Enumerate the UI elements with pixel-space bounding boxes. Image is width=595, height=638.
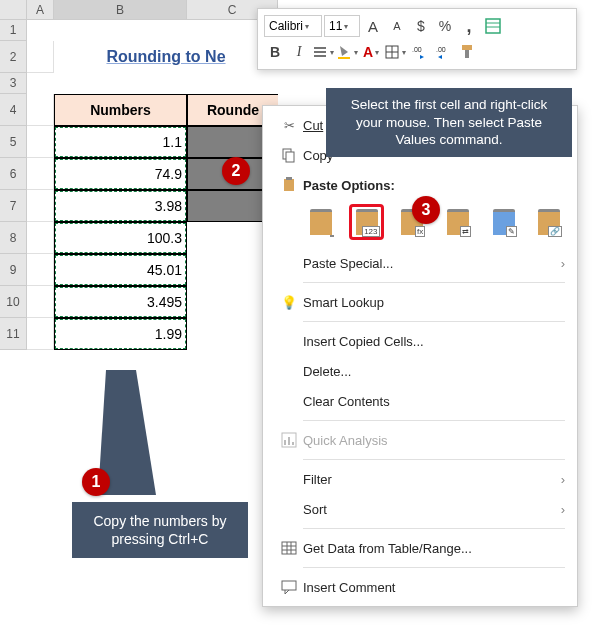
- shrink-font-icon[interactable]: A: [386, 15, 408, 37]
- menu-paste-special[interactable]: Paste Special... ›: [263, 248, 577, 278]
- svg-rect-18: [286, 177, 292, 180]
- menu-delete[interactable]: Delete...: [263, 356, 577, 386]
- menu-insert-comment[interactable]: Insert Comment: [263, 572, 577, 602]
- svg-rect-22: [292, 442, 294, 445]
- svg-text:.00: .00: [436, 46, 446, 53]
- paste-link-icon[interactable]: [533, 206, 565, 238]
- cell[interactable]: [27, 190, 54, 222]
- table-icon: [275, 540, 303, 556]
- svg-rect-7: [338, 57, 350, 59]
- menu-get-data[interactable]: Get Data from Table/Range...: [263, 533, 577, 563]
- bold-button[interactable]: B: [264, 41, 286, 63]
- border-icon[interactable]: ▾: [384, 41, 406, 63]
- sheet-title: Rounding to Ne: [54, 41, 278, 73]
- font-select[interactable]: Calibri▾: [264, 15, 322, 37]
- row-header[interactable]: 9: [0, 254, 27, 286]
- comment-icon: [275, 579, 303, 595]
- copy-icon: [275, 147, 303, 163]
- context-menu: ✂ Cut Copy Paste Options: Paste Special.…: [262, 105, 578, 607]
- mini-toolbar: Calibri▾ 11▾ A A $ % , B I ▾ ▾ A▾ ▾ .00 …: [257, 8, 577, 70]
- cell[interactable]: [27, 41, 54, 73]
- paste-transpose-icon[interactable]: [442, 206, 474, 238]
- cell[interactable]: [27, 222, 54, 254]
- svg-rect-17: [284, 179, 294, 191]
- italic-button[interactable]: I: [288, 41, 310, 63]
- row-header[interactable]: 1: [0, 20, 27, 41]
- currency-icon[interactable]: $: [410, 15, 432, 37]
- menu-filter[interactable]: Filter ›: [263, 464, 577, 494]
- separator: [303, 420, 565, 421]
- svg-rect-16: [286, 152, 294, 162]
- chevron-right-icon: ›: [561, 502, 565, 517]
- decrease-decimal-icon[interactable]: .00: [432, 41, 454, 63]
- table-header[interactable]: Numbers: [54, 94, 187, 126]
- step1-instruction: Copy the numbers by pressing Ctrl+C: [72, 502, 248, 558]
- data-cell[interactable]: 74.9: [54, 158, 187, 190]
- separator: [303, 282, 565, 283]
- cell[interactable]: [27, 286, 54, 318]
- cell[interactable]: [27, 158, 54, 190]
- svg-rect-23: [282, 542, 296, 554]
- row-header[interactable]: 3: [0, 73, 27, 94]
- row-header[interactable]: 2: [0, 41, 27, 73]
- step-badge-3: 3: [412, 196, 440, 224]
- grow-font-icon[interactable]: A: [362, 15, 384, 37]
- format-painter-icon[interactable]: [456, 41, 478, 63]
- comma-icon[interactable]: ,: [458, 15, 480, 37]
- size-select[interactable]: 11▾: [324, 15, 360, 37]
- row-header[interactable]: 6: [0, 158, 27, 190]
- callout-arrow: [98, 370, 168, 510]
- chevron-right-icon: ›: [561, 472, 565, 487]
- increase-decimal-icon[interactable]: .00: [408, 41, 430, 63]
- data-cell[interactable]: 3.98: [54, 190, 187, 222]
- svg-rect-28: [282, 581, 296, 590]
- row-header[interactable]: 11: [0, 318, 27, 350]
- menu-paste-options-label: Paste Options:: [263, 170, 577, 200]
- row-header[interactable]: 7: [0, 190, 27, 222]
- menu-smart-lookup[interactable]: 💡 Smart Lookup: [263, 287, 577, 317]
- data-cell[interactable]: 3.495: [54, 286, 187, 318]
- fill-color-icon[interactable]: ▾: [336, 41, 358, 63]
- svg-rect-14: [465, 50, 469, 58]
- separator: [303, 528, 565, 529]
- col-header-b[interactable]: B: [54, 0, 187, 20]
- separator: [303, 567, 565, 568]
- cell[interactable]: [27, 254, 54, 286]
- row-header[interactable]: 8: [0, 222, 27, 254]
- svg-rect-21: [288, 437, 290, 445]
- row-header[interactable]: 4: [0, 94, 27, 126]
- separator: [303, 459, 565, 460]
- table-style-icon[interactable]: [482, 15, 504, 37]
- menu-sort[interactable]: Sort ›: [263, 494, 577, 524]
- paste-formatting-icon[interactable]: [488, 206, 520, 238]
- cell[interactable]: [27, 126, 54, 158]
- svg-text:.00: .00: [412, 46, 422, 53]
- paste-values-icon[interactable]: [351, 206, 383, 238]
- menu-clear[interactable]: Clear Contents: [263, 386, 577, 416]
- menu-quick-analysis: Quick Analysis: [263, 425, 577, 455]
- svg-rect-20: [284, 440, 286, 445]
- data-cell[interactable]: 1.1: [54, 126, 187, 158]
- align-icon[interactable]: ▾: [312, 41, 334, 63]
- cell[interactable]: [27, 318, 54, 350]
- percent-icon[interactable]: %: [434, 15, 456, 37]
- data-cell[interactable]: 1.99: [54, 318, 187, 350]
- menu-insert-cells[interactable]: Insert Copied Cells...: [263, 326, 577, 356]
- row-header[interactable]: 5: [0, 126, 27, 158]
- step-badge-1: 1: [82, 468, 110, 496]
- col-header-a[interactable]: A: [27, 0, 54, 20]
- paste-all-icon[interactable]: [305, 206, 337, 238]
- separator: [303, 321, 565, 322]
- cell[interactable]: [27, 94, 54, 126]
- font-color-icon[interactable]: A▾: [360, 41, 382, 63]
- svg-rect-1: [486, 19, 500, 33]
- scissors-icon: ✂: [275, 118, 303, 133]
- data-cell[interactable]: 45.01: [54, 254, 187, 286]
- data-cell[interactable]: 100.3: [54, 222, 187, 254]
- clipboard-icon: [275, 177, 303, 193]
- instruction-tooltip: Select the first cell and right-click yo…: [326, 88, 572, 157]
- step-badge-2: 2: [222, 157, 250, 185]
- row-header[interactable]: 10: [0, 286, 27, 318]
- select-all-corner[interactable]: [0, 0, 27, 20]
- svg-rect-13: [462, 45, 472, 50]
